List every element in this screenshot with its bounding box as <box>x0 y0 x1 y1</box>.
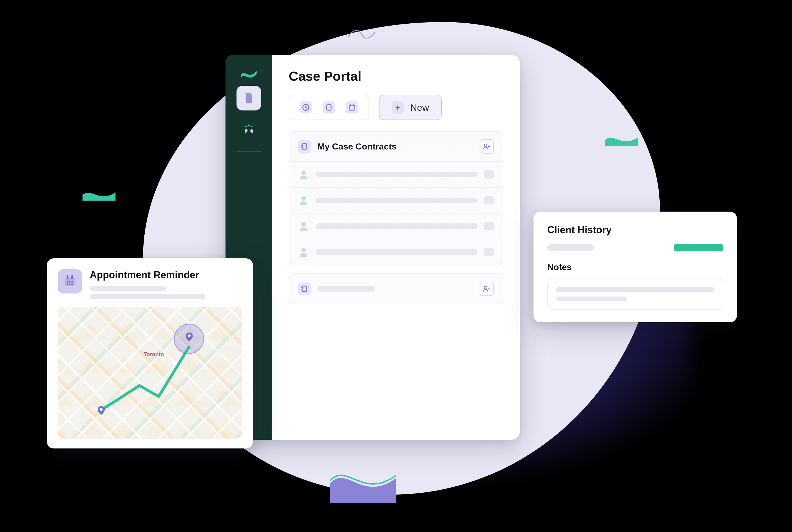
notebook-icon <box>298 283 311 295</box>
wave-decoration-icon <box>82 187 115 201</box>
client-history-card: Client History Notes <box>534 212 737 322</box>
svg-rect-4 <box>327 105 331 110</box>
svg-point-12 <box>353 108 354 109</box>
status-badge <box>674 244 723 251</box>
svg-point-11 <box>352 108 353 109</box>
placeholder-chip <box>484 196 494 205</box>
wave-decoration-icon <box>330 462 396 503</box>
toolbar: + New <box>289 95 503 120</box>
svg-point-39 <box>188 335 190 337</box>
svg-point-34 <box>72 281 73 283</box>
wave-decoration-icon <box>605 132 638 146</box>
placeholder-text <box>316 172 477 177</box>
placeholder-text <box>316 197 477 203</box>
client-history-row <box>547 244 723 251</box>
svg-point-1 <box>251 126 253 127</box>
notebook-icon <box>298 140 311 153</box>
page-title: Case Portal <box>289 69 503 84</box>
svg-point-19 <box>301 170 306 175</box>
calendar-icon <box>58 269 82 293</box>
placeholder-chip <box>484 222 494 230</box>
svg-point-36 <box>69 284 71 285</box>
map-city-label: Toronto <box>144 351 164 358</box>
calendar-icon[interactable] <box>346 101 358 113</box>
new-button-label: New <box>410 102 429 113</box>
svg-point-35 <box>67 284 69 285</box>
placeholder-text <box>556 287 715 292</box>
notes-title: Notes <box>547 262 723 272</box>
my-case-contracts-section: My Case Contracts <box>289 131 503 265</box>
plus-icon: + <box>392 101 404 113</box>
svg-point-2 <box>248 125 250 126</box>
person-icon <box>298 169 309 180</box>
add-contact-button[interactable] <box>480 282 494 296</box>
svg-point-16 <box>484 144 487 147</box>
new-button[interactable]: + New <box>379 95 442 120</box>
person-icon <box>298 246 309 258</box>
list-item[interactable] <box>289 188 503 213</box>
placeholder-text <box>316 249 477 255</box>
svg-point-33 <box>69 281 71 283</box>
wave-decoration-icon <box>347 26 377 43</box>
placeholder-text <box>90 286 167 291</box>
svg-point-0 <box>245 126 247 127</box>
sidebar-item-documents[interactable] <box>237 86 261 111</box>
map-pin-icon <box>184 332 194 342</box>
appointment-reminder-card: Appointment Reminder Toronto <box>47 258 253 449</box>
placeholder-text <box>316 223 477 229</box>
svg-point-10 <box>351 108 351 109</box>
appointment-title: Appointment Reminder <box>90 269 205 281</box>
notes-box[interactable] <box>547 279 723 310</box>
svg-point-37 <box>72 284 73 285</box>
svg-point-26 <box>484 286 487 289</box>
placeholder-text <box>556 297 627 301</box>
placeholder-chip <box>484 248 494 256</box>
svg-point-22 <box>301 248 306 252</box>
placeholder-text <box>317 286 375 291</box>
section-title: My Case Contracts <box>317 141 473 152</box>
app-logo-icon <box>240 66 258 79</box>
svg-point-20 <box>301 196 306 201</box>
sidebar-item-collaboration[interactable] <box>237 117 261 142</box>
client-history-title: Client History <box>547 224 723 236</box>
svg-point-38 <box>100 408 103 411</box>
sidebar-divider <box>237 151 261 152</box>
list-item[interactable] <box>289 239 503 265</box>
notebook-icon[interactable] <box>323 101 335 113</box>
case-portal-window: Case Portal + New <box>225 55 520 440</box>
placeholder-text <box>90 294 205 299</box>
map-pin-icon <box>96 405 106 416</box>
clock-icon[interactable] <box>300 101 312 113</box>
map-preview[interactable]: Toronto <box>58 307 242 439</box>
list-item[interactable] <box>289 162 503 188</box>
toolbar-view-group <box>289 95 369 120</box>
person-icon <box>298 195 309 206</box>
placeholder-chip <box>484 170 494 178</box>
svg-point-21 <box>301 222 306 226</box>
svg-point-32 <box>67 281 69 283</box>
placeholder-text <box>547 244 594 251</box>
svg-rect-13 <box>302 144 307 149</box>
add-contact-button[interactable] <box>480 139 494 154</box>
section-header: My Case Contracts <box>289 132 503 162</box>
secondary-section <box>289 273 503 304</box>
portal-main: Case Portal + New <box>272 55 520 440</box>
svg-rect-23 <box>302 286 307 291</box>
list-item[interactable] <box>289 213 503 239</box>
person-icon <box>298 221 309 232</box>
